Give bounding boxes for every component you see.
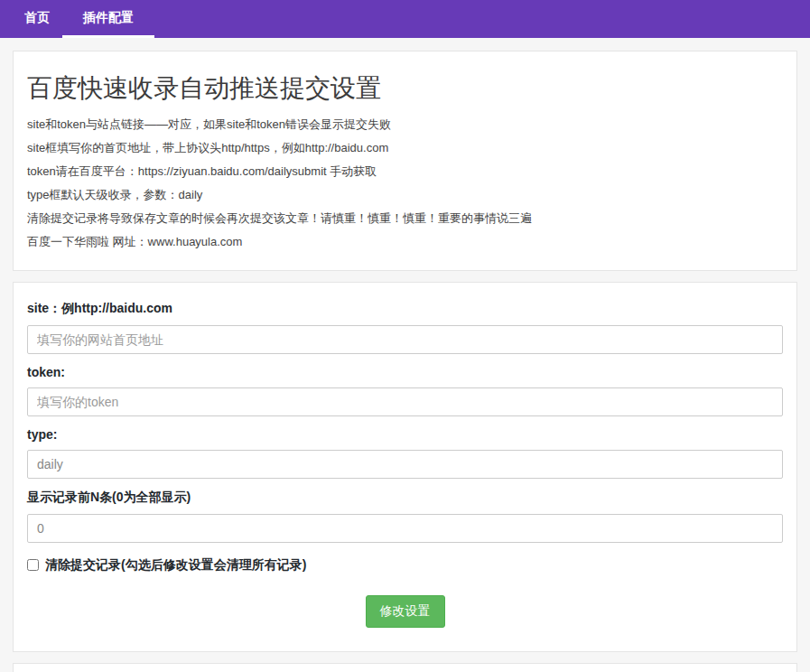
site-field-group: site：例http://baidu.com: [27, 301, 783, 354]
intro-line: site和token与站点链接——对应，如果site和token错误会显示提交失…: [27, 113, 782, 136]
limit-input[interactable]: [27, 514, 783, 543]
save-settings-button[interactable]: 修改设置: [366, 595, 445, 628]
token-field-group: token:: [27, 365, 783, 416]
page-title: 百度快速收录自动推送提交设置: [27, 73, 782, 104]
limit-field-group: 显示记录前N条(0为全部显示): [27, 490, 783, 543]
records-card: 提交网址 提交状态 提交时间 错误原因: [13, 663, 797, 672]
type-input[interactable]: [27, 450, 783, 479]
clear-records-checkbox[interactable]: [27, 559, 39, 571]
page-content: 百度快速收录自动推送提交设置 site和token与站点链接——对应，如果sit…: [13, 51, 797, 672]
settings-form-card: site：例http://baidu.com token: type: 显示记录…: [13, 282, 797, 652]
site-label: site：例http://baidu.com: [27, 301, 783, 317]
button-row: 修改设置: [27, 595, 783, 639]
intro-card: 百度快速收录自动推送提交设置 site和token与站点链接——对应，如果sit…: [13, 51, 797, 271]
token-input[interactable]: [27, 387, 783, 416]
clear-records-label: 清除提交记录(勾选后修改设置会清理所有记录): [45, 557, 306, 574]
top-navbar: 首页 插件配置: [0, 0, 810, 38]
token-label: token:: [27, 365, 783, 379]
tab-plugin-config[interactable]: 插件配置: [62, 0, 154, 38]
intro-line: type框默认天级收录，参数：daily: [27, 183, 782, 207]
clear-records-row: 清除提交记录(勾选后修改设置会清理所有记录): [27, 557, 783, 574]
tab-home[interactable]: 首页: [12, 0, 62, 38]
intro-line: 清除提交记录将导致保存文章的时候会再次提交该文章！请慎重！慎重！慎重！重要的事情…: [27, 207, 782, 230]
site-input[interactable]: [27, 325, 783, 354]
intro-line: 百度一下华雨啦 网址：www.huayula.com: [27, 230, 782, 254]
intro-line: site框填写你的首页地址，带上协议头http/https，例如http://b…: [27, 136, 782, 160]
limit-label: 显示记录前N条(0为全部显示): [27, 490, 783, 506]
type-field-group: type:: [27, 427, 783, 479]
type-label: type:: [27, 427, 783, 442]
intro-line: token请在百度平台：https://ziyuan.baidu.com/dai…: [27, 160, 782, 183]
